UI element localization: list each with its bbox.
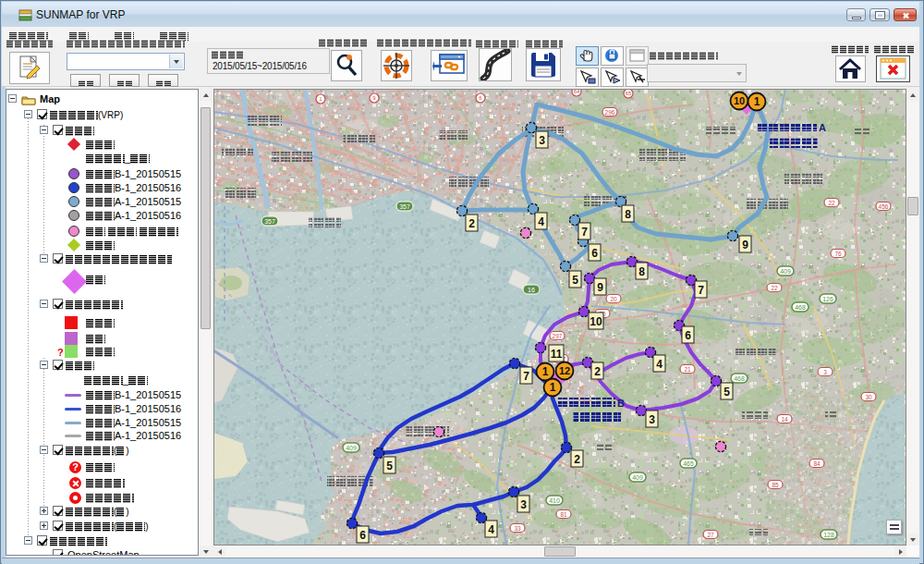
svg-text:465: 465 xyxy=(683,460,694,467)
svg-text:1: 1 xyxy=(542,365,549,378)
svg-text:5: 5 xyxy=(386,460,393,472)
svg-text:8: 8 xyxy=(638,265,645,278)
svg-text:10: 10 xyxy=(590,315,602,328)
svg-text:6: 6 xyxy=(359,529,366,542)
svg-text:14: 14 xyxy=(781,416,788,423)
svg-text:2: 2 xyxy=(468,217,475,230)
svg-text:456: 456 xyxy=(879,203,889,210)
svg-text:409: 409 xyxy=(780,268,791,275)
svg-text:81: 81 xyxy=(560,511,567,518)
svg-text:5: 5 xyxy=(723,386,730,398)
svg-text:9: 9 xyxy=(597,281,603,294)
svg-text:16: 16 xyxy=(528,287,535,293)
svg-text:297: 297 xyxy=(553,333,563,339)
svg-text:409: 409 xyxy=(632,474,643,481)
svg-text:84: 84 xyxy=(813,460,821,467)
svg-text:1: 1 xyxy=(754,95,760,108)
svg-text:22: 22 xyxy=(771,285,778,291)
svg-text:410: 410 xyxy=(549,497,560,504)
svg-text:3: 3 xyxy=(520,498,527,511)
svg-text:5: 5 xyxy=(572,274,578,287)
svg-text:3: 3 xyxy=(823,369,827,375)
svg-text:468: 468 xyxy=(795,304,806,311)
svg-text:4: 4 xyxy=(656,358,663,371)
svg-text:12: 12 xyxy=(559,365,570,376)
svg-text:4: 4 xyxy=(488,523,494,536)
svg-text:126: 126 xyxy=(822,296,833,302)
svg-text:8: 8 xyxy=(625,208,631,221)
svg-text:7: 7 xyxy=(523,370,529,383)
svg-text:22: 22 xyxy=(828,200,835,206)
svg-text:409: 409 xyxy=(346,445,357,451)
svg-text:3: 3 xyxy=(649,413,655,426)
svg-text:30: 30 xyxy=(865,394,872,400)
svg-text:7: 7 xyxy=(581,226,588,239)
svg-text:2: 2 xyxy=(574,453,580,466)
svg-text:27: 27 xyxy=(707,532,714,538)
svg-text:11: 11 xyxy=(551,348,563,361)
svg-text:7: 7 xyxy=(698,284,704,297)
svg-text:33: 33 xyxy=(514,525,521,532)
svg-text:21: 21 xyxy=(684,366,691,373)
svg-text:65: 65 xyxy=(626,91,632,96)
svg-text:6: 6 xyxy=(685,329,691,342)
svg-text:76: 76 xyxy=(834,251,842,257)
svg-text:85: 85 xyxy=(772,482,779,488)
svg-text:9: 9 xyxy=(742,239,748,251)
svg-text:468: 468 xyxy=(734,375,745,382)
svg-text:1: 1 xyxy=(550,381,556,394)
svg-text:10: 10 xyxy=(734,95,745,106)
svg-text:3: 3 xyxy=(539,134,545,147)
svg-text:357: 357 xyxy=(399,203,410,210)
svg-text:296: 296 xyxy=(605,109,615,116)
svg-text:2: 2 xyxy=(594,365,601,378)
svg-text:6: 6 xyxy=(591,247,598,260)
svg-text:B: B xyxy=(617,398,625,409)
svg-text:128: 128 xyxy=(823,532,834,538)
svg-text:4: 4 xyxy=(538,215,544,228)
svg-text:A: A xyxy=(819,122,826,133)
svg-text:64: 64 xyxy=(574,90,580,94)
svg-text:357: 357 xyxy=(264,218,275,225)
svg-text:20: 20 xyxy=(610,296,617,302)
